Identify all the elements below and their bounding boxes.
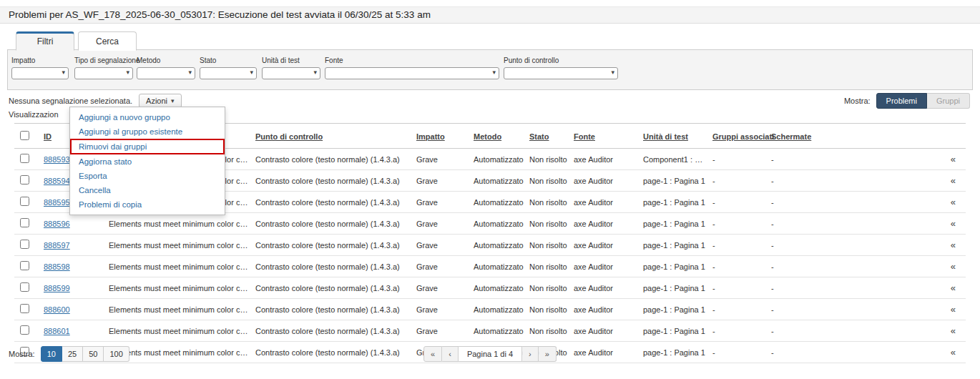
filter-select-impatto[interactable]: [11, 67, 69, 79]
issue-id-link[interactable]: 888600: [44, 305, 70, 314]
issue-id-link[interactable]: 888594: [44, 177, 70, 185]
toggle-gruppi[interactable]: Gruppi: [927, 93, 970, 109]
menu-item-aggiungi-a-nuovo-gruppo[interactable]: Aggiungi a nuovo gruppo: [70, 110, 225, 124]
row-checkbox[interactable]: [20, 197, 29, 206]
header-punto-di-controllo[interactable]: Punto di controllo: [255, 132, 323, 141]
table-row: 888598Elements must meet minimum color c…: [14, 256, 966, 277]
expand-row-icon[interactable]: «: [951, 347, 956, 358]
filter-label: Metodo: [137, 56, 195, 64]
issue-method: Automatizzato: [471, 149, 526, 170]
menu-item-rimuovi-dai-gruppi[interactable]: Rimuovi dai gruppi: [70, 139, 225, 154]
expand-row-icon[interactable]: «: [951, 261, 956, 272]
pagination-next-button[interactable]: ›: [522, 346, 539, 362]
issue-checkpoint: Contrasto colore (testo normale) (1.4.3.…: [253, 213, 413, 235]
expand-row-icon[interactable]: «: [951, 282, 956, 293]
issue-checkpoint: Contrasto colore (testo normale) (1.4.3.…: [253, 192, 413, 213]
pagination-last-button[interactable]: »: [539, 346, 557, 362]
issue-impact: Grave: [413, 170, 471, 192]
issue-id-link[interactable]: 888593: [44, 155, 70, 164]
issue-id-link[interactable]: 888599: [44, 284, 70, 292]
issue-checkpoint: Contrasto colore (testo normale) (1.4.3.…: [253, 277, 413, 299]
actions-button[interactable]: Azioni ▾: [139, 94, 182, 108]
issue-id-link[interactable]: 888596: [44, 220, 70, 228]
table-row: 888601Elements must meet minimum color c…: [14, 320, 966, 342]
header-fonte[interactable]: Fonte: [574, 132, 595, 141]
issue-method: Automatizzato: [471, 192, 526, 213]
expand-row-icon[interactable]: «: [951, 325, 956, 336]
header-impatto[interactable]: Impatto: [416, 132, 445, 141]
filter-select-tipo-di-segnalazione[interactable]: [74, 67, 133, 79]
issue-impact: Grave: [413, 256, 471, 277]
row-checkbox[interactable]: [20, 175, 29, 184]
issue-status: Non risolto: [526, 277, 571, 299]
issue-impact: Grave: [413, 299, 471, 320]
issue-source: axe Auditor: [571, 170, 640, 192]
expand-row-icon[interactable]: «: [951, 175, 956, 186]
header-gruppi-associati[interactable]: Gruppi associati: [712, 132, 774, 141]
issue-source: axe Auditor: [571, 342, 640, 363]
filter-select-metodo[interactable]: [137, 67, 195, 79]
issue-id-link[interactable]: 888595: [44, 198, 70, 207]
issue-id-link[interactable]: 888601: [44, 327, 70, 335]
issue-id-link[interactable]: 888598: [44, 262, 70, 271]
view-toggle: Mostra: Problemi Gruppi: [844, 93, 970, 109]
issue-source: axe Auditor: [571, 235, 640, 256]
page-size-10[interactable]: 10: [41, 346, 62, 362]
filter-select-unita-di-test[interactable]: [262, 67, 320, 79]
toggle-problemi[interactable]: Problemi: [876, 93, 927, 109]
header-stato[interactable]: Stato: [529, 132, 549, 141]
menu-item-aggiorna-stato[interactable]: Aggiorna stato: [70, 154, 225, 169]
issue-checkpoint: Contrasto colore (testo normale) (1.4.3.…: [253, 256, 413, 277]
page-size-100[interactable]: 100: [104, 346, 129, 362]
issue-screens: -: [768, 342, 847, 363]
pagination-first-button[interactable]: «: [423, 346, 442, 362]
filter-panel: ImpattoTipo di segnalazioneMetodoStatoUn…: [7, 49, 973, 90]
page-size-25[interactable]: 25: [62, 346, 83, 362]
row-checkbox[interactable]: [20, 154, 29, 163]
issue-groups: -: [710, 277, 768, 299]
issue-screens: -: [768, 192, 847, 213]
issue-status: Non risolto: [526, 256, 571, 277]
issue-status: Non risolto: [526, 213, 571, 235]
row-checkbox[interactable]: [20, 304, 29, 313]
menu-item-cancella[interactable]: Cancella: [70, 183, 225, 197]
issue-status: Non risolto: [526, 235, 571, 256]
expand-row-icon[interactable]: «: [951, 240, 956, 250]
page-size-50[interactable]: 50: [83, 346, 104, 362]
filter-select-punto-di-controllo[interactable]: [504, 67, 618, 79]
header-schermate[interactable]: Schermate: [771, 132, 811, 141]
issue-groups: -: [710, 213, 768, 235]
expand-row-icon[interactable]: «: [951, 154, 956, 164]
caret-down-icon: ▾: [171, 97, 175, 104]
filter-select-fonte[interactable]: [325, 67, 499, 79]
menu-item-aggiungi-al-gruppo-esistente[interactable]: Aggiungi al gruppo esistente: [70, 124, 225, 139]
issue-method: Automatizzato: [471, 213, 526, 235]
issue-description: Elements must meet minimum color contras…: [106, 320, 253, 342]
row-checkbox[interactable]: [20, 240, 29, 249]
row-checkbox[interactable]: [20, 218, 29, 227]
header-metodo[interactable]: Metodo: [474, 132, 501, 141]
expand-row-icon[interactable]: «: [951, 218, 956, 229]
issue-source: axe Auditor: [571, 213, 640, 235]
expand-row-icon[interactable]: «: [951, 197, 956, 207]
select-all-checkbox[interactable]: [20, 131, 29, 140]
issue-status: Non risolto: [526, 149, 571, 170]
tab-filtri[interactable]: Filtri: [16, 31, 74, 51]
issue-description: Elements must meet minimum color contras…: [106, 299, 253, 320]
row-checkbox[interactable]: [20, 282, 29, 292]
expand-row-icon[interactable]: «: [951, 304, 956, 315]
pagination-prev-button[interactable]: ‹: [442, 346, 459, 362]
menu-item-esporta[interactable]: Esporta: [70, 169, 225, 183]
issue-id-link[interactable]: 888597: [44, 241, 70, 250]
header-unita-di-test[interactable]: Unità di test: [643, 132, 688, 141]
tab-cerca[interactable]: Cerca: [78, 31, 137, 51]
issue-checkpoint: Contrasto colore (testo normale) (1.4.3.…: [253, 320, 413, 342]
action-bar: Nessuna segnalazione selezionata. Azioni…: [9, 94, 182, 108]
issue-impact: Grave: [413, 277, 471, 299]
issue-source: axe Auditor: [571, 277, 640, 299]
filter-select-stato[interactable]: [200, 67, 257, 79]
row-checkbox[interactable]: [20, 325, 29, 335]
header-id[interactable]: ID: [44, 132, 52, 141]
row-checkbox[interactable]: [20, 261, 29, 270]
menu-item-problemi-di-copia[interactable]: Problemi di copia: [70, 197, 225, 212]
